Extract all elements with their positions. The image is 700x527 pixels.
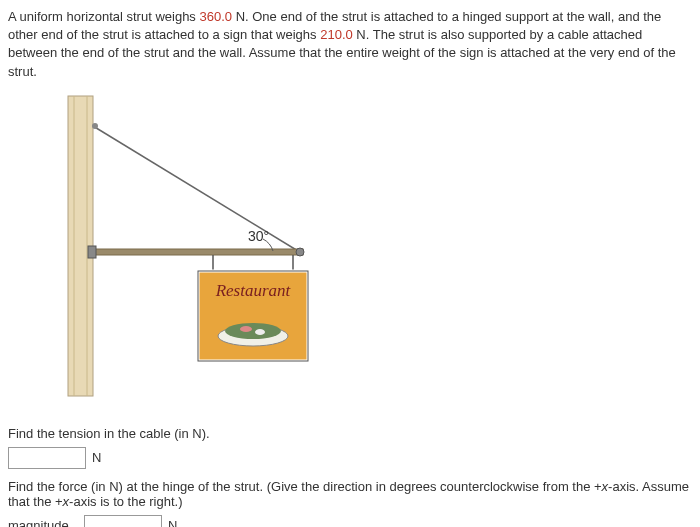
magnitude-label: magnitude — [8, 518, 78, 527]
magnitude-input[interactable] — [84, 515, 162, 527]
magnitude-unit: N — [168, 518, 177, 527]
tension-unit: N — [92, 450, 101, 465]
strut-weight: 360.0 — [199, 9, 232, 24]
svg-point-4 — [92, 123, 98, 129]
svg-point-16 — [255, 329, 265, 335]
sign-weight: 210.0 — [320, 27, 353, 42]
svg-point-14 — [225, 323, 281, 339]
figure-svg: 30° Restaurant — [48, 91, 398, 411]
question-tension: Find the tension in the cable (in N). — [8, 426, 692, 441]
svg-point-7 — [296, 248, 304, 256]
tension-input[interactable] — [8, 447, 86, 469]
angle-label: 30° — [248, 228, 269, 244]
physics-figure: 30° Restaurant — [48, 91, 398, 411]
svg-rect-5 — [93, 249, 303, 255]
question-hinge: Find the force (in N) at the hinge of th… — [8, 479, 692, 509]
problem-statement: A uniform horizontal strut weighs 360.0 … — [8, 8, 692, 81]
svg-point-15 — [240, 326, 252, 332]
sign-text: Restaurant — [215, 281, 292, 300]
text-part1: A uniform horizontal strut weighs — [8, 9, 199, 24]
svg-rect-6 — [88, 246, 96, 258]
